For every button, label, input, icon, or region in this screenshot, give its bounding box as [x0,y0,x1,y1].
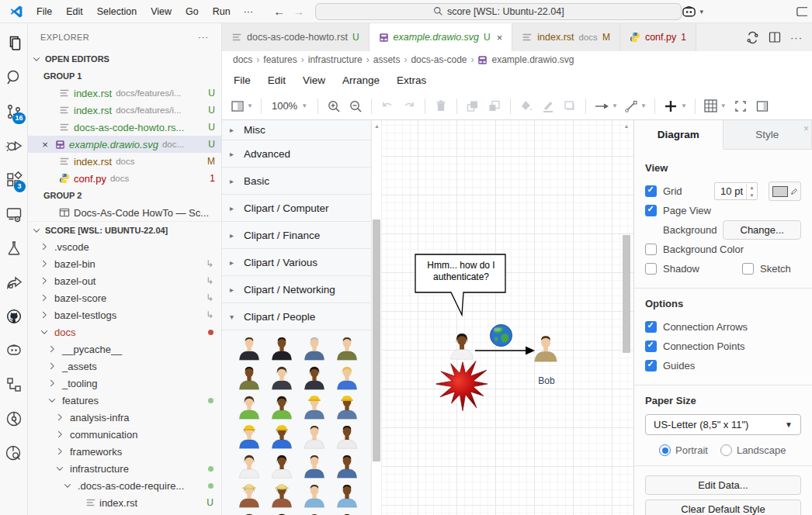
zoom-in-icon[interactable] [324,96,344,116]
people-clipart-item[interactable] [265,453,298,479]
person-alice-shape[interactable] [449,331,475,360]
insert-icon[interactable]: ▼ [661,96,689,116]
hierarchy-icon[interactable] [0,368,28,402]
close-icon[interactable]: × [803,123,809,134]
people-clipart-item[interactable] [331,335,363,361]
palette-scrollbar-thumb[interactable] [373,219,380,461]
copilot-chevron-icon[interactable]: ▾ [699,8,703,16]
people-clipart-item[interactable] [265,365,298,390]
layout-panel-icon[interactable] [796,6,807,17]
shape-category-clipart-finance[interactable]: ▸Clipart / Finance [222,222,371,249]
people-clipart-item[interactable] [331,512,363,515]
people-clipart-item[interactable] [298,482,331,508]
close-icon[interactable]: × [39,139,51,150]
breadcrumb-item[interactable]: assets [373,54,401,65]
sketch-checkbox[interactable] [742,263,754,275]
paper-size-select[interactable]: US-Letter (8,5" x 11")▼ [645,414,801,435]
people-clipart-item[interactable] [233,482,265,508]
tree-item-features[interactable]: features [28,392,221,409]
close-icon[interactable]: × [497,32,503,43]
people-clipart-item[interactable] [233,512,265,515]
menubar-item-selection[interactable]: Selection [90,3,144,20]
editor-tab-index-rst[interactable]: index.rstdocsM [512,23,620,51]
people-clipart-item[interactable] [233,394,265,420]
tree-item-bazel-score[interactable]: bazel-score↳ [28,289,221,306]
drawio-menu-extras[interactable]: Extras [388,74,435,86]
drawio-menu-view[interactable]: View [294,74,334,86]
people-clipart-item[interactable] [331,365,363,390]
people-clipart-item[interactable] [233,423,265,449]
stepper-arrows[interactable]: ▲▼ [746,184,757,199]
search-icon[interactable] [0,60,28,95]
people-clipart-item[interactable] [331,423,363,449]
tree-item-frameworks[interactable]: frameworks [28,443,221,460]
breadcrumb-item[interactable]: docs-as-code [411,54,467,65]
open-editor-item[interactable]: index.rstdocs/features/i...U [28,102,221,119]
tree-item--pycache-[interactable]: __pycache__ [28,340,221,358]
command-center-search[interactable]: score [WSL: Ubuntu-22.04] [315,3,682,20]
people-clipart-item[interactable] [331,453,363,479]
menubar-item-file[interactable]: File [29,3,59,20]
breadcrumb-item[interactable]: infrastructure [308,54,363,65]
people-clipart-item[interactable] [298,365,331,390]
shape-category-clipart-various[interactable]: ▸Clipart / Various [222,249,371,276]
drawio-menu-file[interactable]: File [225,74,259,86]
landscape-radio[interactable] [720,444,732,456]
shadow-checkbox[interactable] [645,263,657,275]
tree-item-infrastructure[interactable]: infrastructure [28,460,221,477]
breadcrumb-item[interactable]: features [263,54,297,65]
source-control-icon[interactable]: 16 [0,95,28,129]
menubar-item-go[interactable]: Go [179,3,206,20]
fullscreen-icon[interactable] [730,96,751,116]
breadcrumb-item[interactable]: docs [233,54,252,65]
editor-tab-example-drawio-svg[interactable]: example.drawio.svgU× [370,23,513,51]
explorer-icon[interactable] [0,26,28,60]
connector-arrow[interactable] [475,345,536,356]
people-clipart-item[interactable] [233,335,265,361]
scroll-up-arrow-icon[interactable]: ▲ [622,123,631,129]
people-clipart-item[interactable] [298,335,331,361]
format-tab-style[interactable]: Style [724,120,812,149]
table-icon[interactable]: ▼ [701,96,729,116]
change-background-button[interactable]: Change... [723,220,801,240]
open-editor-item[interactable]: index.rstdocs/features/i...U [28,85,221,102]
shape-category-misc[interactable]: ▸Misc [222,120,371,140]
connection-icon[interactable]: ▼ [592,96,620,116]
editor-tab-conf-py[interactable]: conf.py1 [620,23,696,51]
live-share-icon[interactable] [0,265,28,299]
people-clipart-item[interactable] [298,453,331,479]
speech-bubble-text[interactable]: Hmm... how do I authenticate? [416,260,506,283]
split-editor-icon[interactable] [769,31,781,43]
edit-data-button[interactable]: Edit Data... [645,475,801,495]
people-clipart-item[interactable] [298,423,331,449]
tree-item-bazel-testlogs[interactable]: bazel-testlogs↳ [28,306,221,323]
person-bob-shape[interactable] [533,334,559,362]
open-editor-item[interactable]: index.rstdocsM [28,153,221,170]
bob-label[interactable]: Bob [526,375,567,386]
open-editor-item[interactable]: Docs-As-Code HowTo — Sc... [28,204,221,221]
drawio-menu-edit[interactable]: Edit [259,74,294,86]
connection-points-checkbox[interactable] [645,340,657,352]
shape-category-clipart-computer[interactable]: ▸Clipart / Computer [222,195,371,222]
people-clipart-item[interactable] [265,482,298,508]
workspace-root-header[interactable]: SCORE [WSL: UBUNTU-22.04] [28,221,221,238]
nav-forward-icon[interactable]: → [293,5,304,18]
page-view-checkbox[interactable] [645,205,657,216]
people-clipart-item[interactable] [265,394,298,420]
open-changes-icon[interactable] [746,31,759,44]
tab-actions-overflow[interactable]: ··· [790,32,803,43]
scroll-up-arrow-icon[interactable]: ▲ [372,123,382,129]
nav-back-icon[interactable]: ← [273,5,285,18]
open-editor-item[interactable]: docs-as-code-howto.rs...U [28,119,221,136]
zoom-out-icon[interactable] [345,96,366,116]
tree-item-index-rst[interactable]: index.rstU [28,494,221,511]
copilot-icon[interactable] [682,5,696,18]
people-clipart-item[interactable] [265,335,298,361]
people-clipart-item[interactable] [331,482,363,508]
people-clipart-item[interactable] [298,394,331,420]
background-color-checkbox[interactable] [645,244,657,255]
copilot-chat-icon[interactable] [0,334,28,368]
menubar-item-edit[interactable]: Edit [59,3,90,20]
extensions-icon[interactable]: 3 [0,163,28,197]
zoom-level-dropdown[interactable]: 100%▼ [267,96,312,116]
